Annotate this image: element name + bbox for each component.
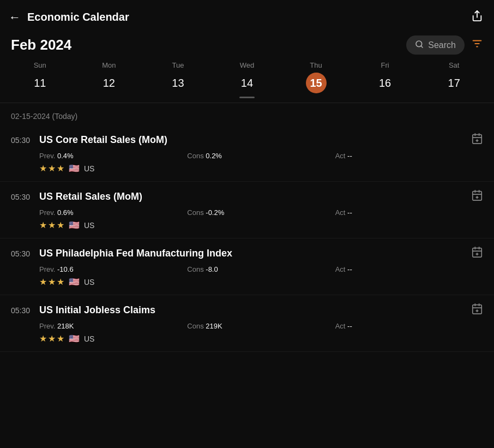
event-stars: ★★★ — [39, 333, 64, 344]
event-act: Act -- — [335, 322, 483, 330]
event-top-row: 05:30US Core Retail Sales (MoM) — [11, 133, 483, 147]
event-meta-row: ★★★🇺🇸US — [11, 333, 483, 344]
day-name: Sun — [34, 61, 46, 69]
star-icon: ★ — [48, 277, 56, 287]
month-row: Feb 2024 Search — [0, 31, 494, 61]
header: ← Economic Calendar — [0, 0, 494, 31]
event-item[interactable]: 05:30US Philadelphia Fed Manufacturing I… — [0, 238, 494, 295]
day-name: Mon — [102, 61, 116, 69]
country-label: US — [84, 278, 94, 286]
day-col[interactable]: Fri16 — [351, 61, 420, 98]
country-label: US — [84, 164, 94, 173]
page-title: Economic Calendar — [27, 11, 129, 23]
add-to-calendar-button[interactable] — [471, 246, 483, 261]
day-name: Sat — [449, 61, 460, 69]
svg-rect-18 — [473, 248, 482, 258]
event-prev: Prev. 0.6% — [39, 208, 187, 217]
add-to-calendar-button[interactable] — [471, 133, 483, 147]
event-item[interactable]: 05:30US Initial Jobless ClaimsPrev. 218K… — [0, 295, 494, 352]
back-button[interactable]: ← — [9, 10, 21, 25]
event-stars: ★★★ — [39, 163, 64, 174]
event-cons: Cons -8.0 — [187, 265, 335, 273]
cons-value: -0.2% — [206, 208, 224, 217]
event-time: 05:30 — [11, 249, 32, 258]
event-cons: Cons -0.2% — [187, 208, 335, 217]
day-col[interactable]: Tue13 — [143, 61, 213, 98]
act-value: -- — [347, 322, 352, 330]
event-top-row: 05:30US Retail Sales (MoM) — [11, 189, 483, 204]
country-label: US — [84, 334, 94, 343]
act-value: -- — [347, 152, 352, 160]
day-name: Fri — [381, 61, 389, 69]
event-time-title: 05:30US Philadelphia Fed Manufacturing I… — [11, 248, 232, 259]
star-icon: ★ — [57, 333, 64, 344]
country-flag: 🇺🇸 — [69, 277, 80, 287]
prev-value: -10.6 — [57, 265, 74, 273]
day-col[interactable]: Mon12 — [75, 61, 144, 98]
star-icon: ★ — [57, 277, 64, 287]
event-item[interactable]: 05:30US Retail Sales (MoM)Prev. 0.6%Cons… — [0, 182, 494, 238]
date-section: 02-15-2024 (Today) — [0, 103, 494, 125]
event-act: Act -- — [335, 208, 483, 217]
day-name: Thu — [310, 61, 322, 69]
event-time-title: 05:30US Initial Jobless Claims — [11, 304, 155, 316]
add-to-calendar-button[interactable] — [471, 303, 483, 318]
event-time-title: 05:30US Retail Sales (MoM) — [11, 191, 142, 202]
event-details-row: Prev. 218KCons 219KAct -- — [11, 322, 483, 330]
event-details-row: Prev. 0.6%Cons -0.2%Act -- — [11, 208, 483, 217]
country-flag: 🇺🇸 — [69, 163, 80, 174]
svg-line-2 — [421, 46, 423, 47]
star-icon: ★ — [57, 220, 64, 230]
search-icon — [415, 40, 424, 50]
calendar-week: Sun11Mon12Tue13Wed14Thu15Fri16Sat17 — [0, 61, 494, 103]
search-box[interactable]: Search — [406, 35, 465, 55]
svg-rect-12 — [473, 192, 482, 201]
event-title: US Retail Sales (MoM) — [39, 191, 142, 202]
event-stars: ★★★ — [39, 220, 64, 230]
act-value: -- — [347, 265, 352, 273]
event-time: 05:30 — [11, 136, 32, 145]
date-number[interactable]: 17 — [444, 73, 465, 93]
star-icon: ★ — [39, 277, 47, 287]
star-icon: ★ — [39, 163, 47, 174]
date-number[interactable]: 12 — [99, 73, 119, 93]
prev-value: 0.4% — [57, 152, 74, 160]
day-name: Wed — [240, 61, 255, 69]
event-stars: ★★★ — [39, 277, 64, 287]
date-number[interactable]: 16 — [375, 73, 395, 93]
event-title: US Core Retail Sales (MoM) — [39, 134, 167, 146]
country-flag: 🇺🇸 — [69, 333, 80, 344]
event-top-row: 05:30US Initial Jobless Claims — [11, 303, 483, 318]
day-col[interactable]: Sun11 — [5, 61, 75, 98]
prev-value: 0.6% — [57, 208, 74, 217]
events-list: 05:30US Core Retail Sales (MoM)Prev. 0.4… — [0, 125, 494, 352]
event-details-row: Prev. 0.4%Cons 0.2%Act -- — [11, 152, 483, 160]
add-to-calendar-button[interactable] — [471, 189, 483, 204]
event-title: US Philadelphia Fed Manufacturing Index — [39, 248, 232, 259]
event-prev: Prev. 218K — [39, 322, 187, 330]
date-number[interactable]: 13 — [167, 73, 188, 93]
day-indicator — [239, 97, 255, 98]
event-cons: Cons 0.2% — [187, 152, 335, 160]
event-item[interactable]: 05:30US Core Retail Sales (MoM)Prev. 0.4… — [0, 125, 494, 182]
country-label: US — [84, 221, 94, 230]
share-button[interactable] — [471, 10, 483, 25]
filter-button[interactable] — [471, 38, 483, 52]
header-left: ← Economic Calendar — [9, 10, 129, 25]
event-time: 05:30 — [11, 193, 32, 201]
date-number[interactable]: 14 — [237, 73, 257, 93]
date-number[interactable]: 11 — [29, 73, 50, 93]
day-col[interactable]: Thu15 — [281, 61, 351, 98]
svg-rect-24 — [473, 305, 482, 314]
event-act: Act -- — [335, 152, 483, 160]
event-time-title: 05:30US Core Retail Sales (MoM) — [11, 134, 167, 146]
star-icon: ★ — [39, 220, 47, 230]
star-icon: ★ — [57, 163, 64, 174]
day-col[interactable]: Sat17 — [419, 61, 489, 98]
star-icon: ★ — [48, 220, 56, 230]
cons-value: 219K — [206, 322, 222, 330]
day-col[interactable]: Wed14 — [213, 61, 282, 98]
today-date[interactable]: 15 — [306, 73, 327, 93]
event-details-row: Prev. -10.6Cons -8.0Act -- — [11, 265, 483, 273]
event-meta-row: ★★★🇺🇸US — [11, 220, 483, 230]
